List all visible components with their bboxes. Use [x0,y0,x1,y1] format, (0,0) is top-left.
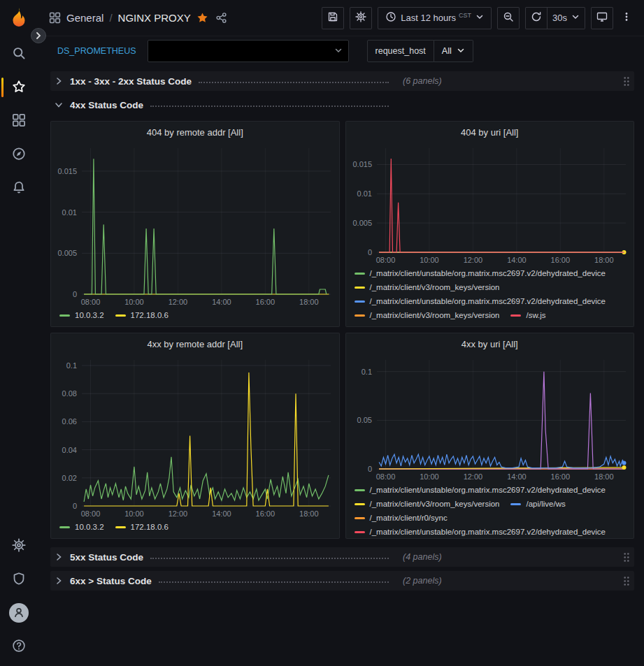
legend-item[interactable]: /_matrix/client/unstable/org.matrix.msc2… [355,268,606,280]
cycle-view-button[interactable] [591,7,613,29]
svg-text:14:00: 14:00 [507,472,527,481]
datasource-variable-select[interactable] [148,40,349,62]
dashboard-body: 1xx - 3xx - 2xx Status Code (6 panels) 4… [38,66,644,666]
dashboard-row-5xx[interactable]: 5xx Status Code (4 panels) [50,547,634,567]
legend-item[interactable]: 172.18.0.6 [115,310,169,321]
timeseries-chart[interactable]: 08:0010:0012:0014:0016:0018:0000.0050.01… [346,143,634,266]
row-title: 4xx Status Code [70,100,143,110]
time-range-label: Last 12 hours [401,13,456,23]
legend-swatch [355,517,365,519]
svg-text:12:00: 12:00 [463,256,482,264]
save-dashboard-button[interactable] [322,7,344,29]
panel-title[interactable]: 4xx by remote addr [All] [51,333,339,354]
svg-text:0: 0 [367,465,371,473]
row-drag-handle[interactable] [623,576,630,586]
refresh-interval-label: 30s [552,13,567,23]
dashboard-settings-button[interactable] [350,7,372,29]
row-dots [159,581,389,583]
legend-item[interactable]: /sw.js [510,310,545,321]
chevron-down-icon [571,13,580,23]
dashboard-row-4xx[interactable]: 4xx Status Code [50,95,634,115]
svg-text:08:00: 08:00 [81,509,101,518]
dashboard-row-6xx[interactable]: 6xx > Status Code (2 panels) [50,571,634,591]
legend-item[interactable]: 10.0.3.2 [59,310,104,321]
grafana-logo[interactable] [7,6,31,30]
request-host-variable-select[interactable]: All [434,40,473,62]
panel-title[interactable]: 404 by uri [All] [346,122,634,143]
legend-swatch [355,287,365,289]
apps-grid-icon [49,12,61,24]
legend-swatch [59,526,70,528]
dashboard-row-1xx-3xx-2xx[interactable]: 1xx - 3xx - 2xx Status Code (6 panels) [50,71,634,91]
legend-item[interactable]: 172.18.0.6 [115,521,169,533]
svg-text:16:00: 16:00 [550,256,570,264]
row-panel-count: (6 panels) [403,76,442,86]
legend-label: /sw.js [526,310,545,321]
legend-label: 10.0.3.2 [75,310,104,321]
legend-item[interactable]: /_matrix/client/v3/room_keys/version [355,282,500,294]
row-title: 6xx > Status Code [70,576,152,586]
row-drag-handle[interactable] [623,552,630,563]
share-icon[interactable] [215,12,227,24]
svg-text:16:00: 16:00 [256,509,276,518]
legend-label: /_matrix/client/unstable/org.matrix.msc2… [370,526,606,538]
legend-item[interactable]: 10.0.3.2 [59,521,104,533]
legend-label: /_matrix/client/unstable/org.matrix.msc2… [370,296,606,307]
svg-text:14:00: 14:00 [507,256,527,264]
panel-404-by-remote-addr: 404 by remote addr [All] 08:0010:0012:00… [50,121,340,327]
avatar [9,603,29,623]
sidebar-item-dashboards[interactable] [0,104,38,138]
kebab-icon [621,11,632,24]
svg-text:10:00: 10:00 [420,256,439,264]
favorite-star-icon[interactable] [196,12,208,24]
timeseries-chart[interactable]: 08:0010:0012:0014:0016:0018:0000.050.1 [346,354,634,483]
legend-label: 10.0.3.2 [75,521,104,533]
svg-text:0: 0 [73,502,77,510]
legend-swatch [355,273,365,275]
sidebar-item-search[interactable] [0,37,38,71]
datasource-variable-label[interactable]: DS_PROMETHEUS [55,46,139,56]
panel-legend: /_matrix/client/unstable/org.matrix.msc2… [346,266,634,326]
zoom-out-icon [503,11,514,24]
legend-item[interactable]: /_matrix/client/unstable/org.matrix.msc2… [355,526,606,538]
timeseries-chart[interactable]: 08:0010:0012:0014:0016:0018:0000.0050.01… [51,143,339,308]
legend-item[interactable]: /_matrix/client/unstable/org.matrix.msc2… [355,296,606,307]
row-panel-count: (4 panels) [403,552,442,562]
sidebar-expand-button[interactable] [31,28,46,43]
legend-swatch [355,314,365,317]
sidebar-item-alerting[interactable] [0,171,38,205]
more-options-button[interactable] [619,7,634,29]
legend-item[interactable]: /_matrix/client/v3/room_keys/version [355,498,500,510]
user-icon [13,606,25,621]
legend-item[interactable]: /api/live/ws [510,498,565,510]
sidebar-item-explore[interactable] [0,138,38,171]
sidebar-item-server-admin[interactable] [0,563,38,596]
legend-item[interactable]: /_matrix/client/r0/sync [355,512,448,524]
legend-item[interactable]: /_matrix/client/unstable/org.matrix.msc2… [355,484,606,496]
legend-swatch [510,314,521,317]
legend-swatch [355,503,365,505]
legend-item[interactable]: /_matrix/client/v3/room_keys/version [355,310,500,321]
sidebar-item-configuration[interactable] [0,529,38,563]
sidebar-item-help[interactable] [0,630,38,663]
time-range-picker[interactable]: Last 12 hours CST [378,7,492,29]
refresh-interval-picker[interactable]: 30s [548,7,585,29]
svg-text:10:00: 10:00 [124,298,144,306]
panel-title[interactable]: 404 by remote addr [All] [51,122,339,143]
sidebar-item-profile[interactable] [0,596,38,630]
request-host-variable: request_host All [367,40,473,62]
refresh-button[interactable] [525,7,548,29]
svg-text:08:00: 08:00 [375,472,395,481]
svg-text:0.1: 0.1 [66,361,77,370]
row-dots [150,558,389,559]
svg-text:0.08: 0.08 [62,389,77,398]
sidebar-item-starred[interactable] [0,71,38,104]
chevron-down-icon [334,46,343,57]
zoom-out-time-button[interactable] [497,7,520,29]
svg-text:12:00: 12:00 [169,298,188,306]
breadcrumb-section[interactable]: General [66,12,103,24]
row-drag-handle[interactable] [623,76,630,87]
panel-title[interactable]: 4xx by uri [All] [346,333,634,354]
panel-legend: /_matrix/client/unstable/org.matrix.msc2… [346,483,634,538]
timeseries-chart[interactable]: 08:0010:0012:0014:0016:0018:0000.020.040… [51,354,339,520]
